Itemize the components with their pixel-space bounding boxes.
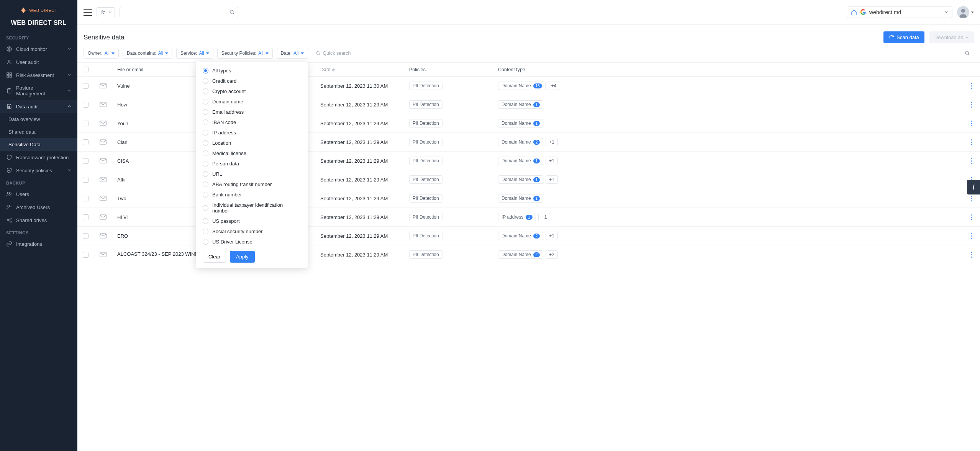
search-icon[interactable]: [965, 51, 970, 56]
row-menu[interactable]: [969, 250, 975, 259]
policy-pill[interactable]: PII Detection: [409, 100, 442, 109]
dropdown-option[interactable]: US Driver License: [196, 237, 308, 247]
content-type-pill[interactable]: Domain Name1: [498, 100, 543, 109]
header-policies[interactable]: Policies: [404, 63, 493, 77]
content-type-pill[interactable]: Domain Name1: [498, 175, 543, 184]
policy-pill[interactable]: PII Detection: [409, 157, 442, 165]
nav-integrations[interactable]: Integrations: [0, 237, 77, 250]
nav-shared-drives[interactable]: Shared drives: [0, 214, 77, 227]
filter-data-contains[interactable]: Data contains: All: [123, 48, 172, 59]
dropdown-option[interactable]: Individual taxpayer identification numbe…: [196, 200, 308, 216]
row-checkbox[interactable]: [83, 196, 88, 201]
quick-search[interactable]: [312, 48, 974, 58]
nav-user-audit[interactable]: User audit: [0, 56, 77, 69]
filter-date[interactable]: Date: All: [277, 48, 308, 59]
apply-button[interactable]: Apply: [230, 251, 255, 263]
content-type-pill[interactable]: IP address1: [498, 213, 536, 221]
content-type-pill[interactable]: Domain Name1: [498, 194, 543, 203]
nav-data-audit[interactable]: Data audit: [0, 100, 77, 113]
top-search-input[interactable]: [123, 9, 226, 15]
row-checkbox[interactable]: [83, 252, 88, 258]
content-type-pill[interactable]: Domain Name1: [498, 119, 543, 127]
content-type-pill[interactable]: Domain Name2: [498, 250, 543, 259]
row-menu[interactable]: [969, 194, 975, 203]
row-checkbox[interactable]: [83, 158, 88, 164]
content-type-pill[interactable]: Domain Name2: [498, 138, 543, 146]
select-all-checkbox[interactable]: [83, 67, 88, 72]
row-checkbox[interactable]: [83, 233, 88, 239]
extra-count-pill[interactable]: +1: [546, 138, 558, 146]
filter-service[interactable]: Service: All: [176, 48, 213, 59]
dropdown-option[interactable]: Bank number: [196, 190, 308, 200]
extra-count-pill[interactable]: +2: [546, 250, 558, 259]
dropdown-option[interactable]: ABA routing transit number: [196, 179, 308, 190]
dropdown-option[interactable]: Social security number: [196, 226, 308, 237]
nav-users[interactable]: Users: [0, 188, 77, 201]
nav-posture-management[interactable]: Posture Management: [0, 82, 77, 100]
policy-pill[interactable]: PII Detection: [409, 194, 442, 203]
row-menu[interactable]: [969, 82, 975, 90]
nav-sensitive-data[interactable]: Sensitive Data: [0, 138, 77, 151]
dropdown-option[interactable]: Medical license: [196, 148, 308, 159]
policy-pill[interactable]: PII Detection: [409, 250, 442, 259]
row-menu[interactable]: [969, 157, 975, 165]
content-type-pill[interactable]: Domain Name2: [498, 232, 543, 240]
filter-security-policies[interactable]: Security Policies: All: [217, 48, 273, 59]
extra-count-pill[interactable]: +1: [538, 213, 551, 221]
content-type-pill[interactable]: Domain Name1: [498, 157, 543, 165]
dropdown-option[interactable]: Domain name: [196, 96, 308, 107]
extra-count-pill[interactable]: +1: [546, 157, 558, 165]
dropdown-option[interactable]: Person data: [196, 159, 308, 169]
nav-archived-users[interactable]: Archived Users: [0, 201, 77, 214]
hamburger-menu[interactable]: [84, 9, 92, 16]
extra-count-pill[interactable]: +1: [546, 232, 558, 240]
row-menu[interactable]: [969, 138, 975, 147]
nav-security-policies[interactable]: Security policies: [0, 164, 77, 177]
clear-button[interactable]: Clear: [203, 251, 226, 263]
download-button[interactable]: Download as: [929, 31, 974, 43]
filter-owner[interactable]: Owner: All: [84, 48, 119, 59]
quick-search-input[interactable]: [323, 51, 962, 56]
row-checkbox[interactable]: [83, 83, 88, 89]
dropdown-option[interactable]: Credit card: [196, 76, 308, 86]
row-checkbox[interactable]: [83, 102, 88, 108]
extra-count-pill[interactable]: +4: [548, 82, 560, 90]
nav-ransomware[interactable]: Ransomware protection: [0, 151, 77, 164]
dropdown-option[interactable]: US passport: [196, 216, 308, 226]
nav-shared-data[interactable]: Shared data: [0, 126, 77, 138]
dropdown-option[interactable]: All types: [196, 65, 308, 76]
nav-cloud-monitor[interactable]: Cloud monitor: [0, 42, 77, 56]
header-content-type[interactable]: Content type: [493, 63, 963, 77]
row-menu[interactable]: [969, 100, 975, 109]
row-checkbox[interactable]: [83, 214, 88, 220]
row-menu[interactable]: [969, 232, 975, 240]
policy-pill[interactable]: PII Detection: [409, 232, 442, 240]
row-menu[interactable]: [969, 213, 975, 222]
dropdown-option[interactable]: Crypto account: [196, 86, 308, 96]
row-checkbox[interactable]: [83, 177, 88, 183]
row-checkbox[interactable]: [83, 121, 88, 126]
avatar-menu[interactable]: [957, 6, 974, 18]
extra-count-pill[interactable]: +1: [546, 175, 558, 184]
dropdown-option[interactable]: Location: [196, 138, 308, 148]
scan-data-button[interactable]: Scan data: [883, 31, 924, 43]
dropdown-option[interactable]: IBAN code: [196, 117, 308, 127]
header-date[interactable]: Date: [315, 63, 404, 77]
domain-selector[interactable]: webdirect.md: [847, 7, 952, 18]
dropdown-option[interactable]: Email address: [196, 107, 308, 117]
policy-pill[interactable]: PII Detection: [409, 213, 442, 221]
nav-data-overview[interactable]: Data overview: [0, 113, 77, 126]
top-search[interactable]: [120, 7, 238, 17]
dropdown-option[interactable]: IP address: [196, 127, 308, 138]
dropdown-option[interactable]: URL: [196, 169, 308, 179]
info-tab[interactable]: i: [967, 180, 980, 194]
content-type-pill[interactable]: Domain Name13: [498, 82, 546, 90]
policy-pill[interactable]: PII Detection: [409, 175, 442, 184]
policy-pill[interactable]: PII Detection: [409, 119, 442, 127]
user-selector[interactable]: [97, 7, 115, 17]
policy-pill[interactable]: PII Detection: [409, 82, 442, 90]
policy-pill[interactable]: PII Detection: [409, 138, 442, 146]
row-checkbox[interactable]: [83, 139, 88, 145]
nav-risk-assessment[interactable]: Risk Assessment: [0, 69, 77, 82]
row-menu[interactable]: [969, 119, 975, 128]
